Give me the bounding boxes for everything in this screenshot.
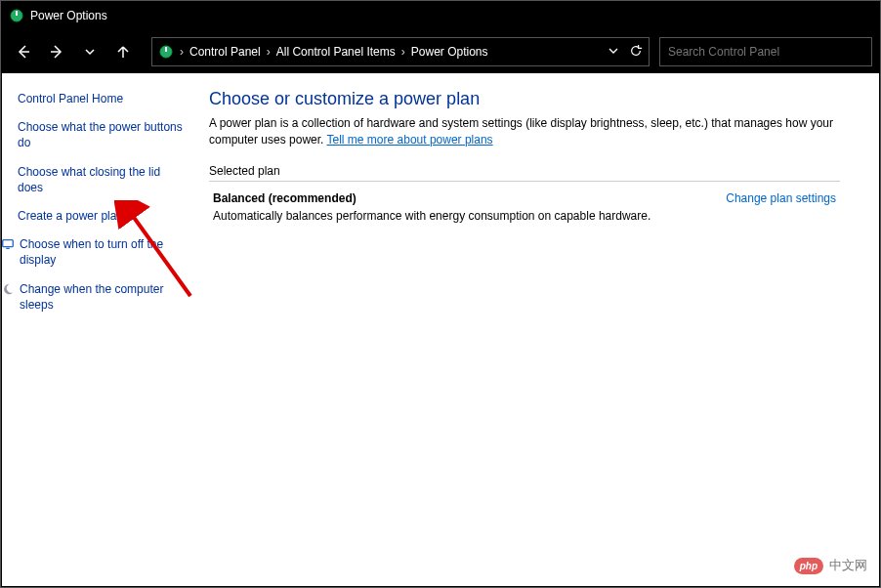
recent-dropdown-button[interactable] — [75, 37, 105, 66]
power-plan-row: Balanced (recommended) Automatically bal… — [209, 191, 840, 223]
page-description: A power plan is a collection of hardware… — [209, 115, 840, 148]
chevron-right-icon[interactable]: › — [265, 45, 273, 59]
forward-button[interactable] — [42, 37, 71, 66]
page-heading: Choose or customize a power plan — [209, 89, 840, 109]
section-label: Selected plan — [209, 164, 840, 182]
back-button[interactable] — [9, 37, 38, 66]
sidebar-item-label: Choose what closing the lid does — [18, 164, 186, 195]
plan-description: Automatically balances performance with … — [213, 209, 650, 223]
svg-rect-6 — [3, 240, 14, 247]
sidebar: Control Panel Home Choose what the power… — [2, 73, 201, 586]
search-box[interactable] — [659, 37, 872, 66]
address-dropdown-button[interactable] — [608, 45, 619, 60]
sidebar-link-create-plan[interactable]: Create a power plan — [18, 208, 186, 224]
power-options-icon — [158, 44, 174, 60]
power-options-icon — [9, 8, 24, 23]
sidebar-item-label: Control Panel Home — [18, 91, 123, 106]
sidebar-item-label: Choose when to turn off the display — [20, 236, 186, 268]
watermark-badge: php — [794, 558, 823, 574]
chevron-right-icon[interactable]: › — [178, 45, 186, 59]
window-title: Power Options — [30, 9, 107, 22]
refresh-button[interactable] — [629, 44, 643, 61]
help-link[interactable]: Tell me more about power plans — [327, 133, 493, 147]
plan-name: Balanced (recommended) — [213, 191, 650, 205]
address-bar[interactable]: › Control Panel › All Control Panel Item… — [151, 37, 650, 66]
sidebar-link-computer-sleeps[interactable]: Change when the computer sleeps — [18, 281, 186, 313]
chevron-right-icon[interactable]: › — [399, 45, 407, 59]
svg-rect-5 — [165, 47, 167, 52]
main-panel: Choose or customize a power plan A power… — [201, 73, 879, 586]
sidebar-item-label: Change when the computer sleeps — [20, 281, 186, 313]
watermark-text: 中文网 — [829, 557, 867, 574]
display-icon — [0, 236, 16, 252]
control-panel-home-link[interactable]: Control Panel Home — [18, 91, 186, 106]
breadcrumb-power-options[interactable]: Power Options — [411, 45, 488, 59]
change-plan-settings-link[interactable]: Change plan settings — [726, 191, 836, 205]
search-input[interactable] — [668, 45, 863, 59]
title-bar: Power Options — [1, 1, 880, 30]
sidebar-link-power-buttons[interactable]: Choose what the power buttons do — [18, 119, 186, 150]
sidebar-link-turn-off-display[interactable]: Choose when to turn off the display — [18, 236, 186, 268]
sidebar-item-label: Choose what the power buttons do — [18, 119, 186, 150]
up-button[interactable] — [108, 37, 138, 66]
breadcrumb-control-panel[interactable]: Control Panel — [189, 45, 261, 59]
breadcrumb-all-items[interactable]: All Control Panel Items — [276, 45, 396, 59]
nav-bar: › Control Panel › All Control Panel Item… — [1, 30, 880, 73]
content-area: Control Panel Home Choose what the power… — [2, 73, 879, 586]
watermark: php 中文网 — [794, 557, 867, 574]
sidebar-item-label: Create a power plan — [18, 208, 123, 224]
sidebar-link-closing-lid[interactable]: Choose what closing the lid does — [18, 164, 186, 195]
moon-icon — [0, 281, 16, 297]
svg-rect-1 — [16, 11, 18, 16]
